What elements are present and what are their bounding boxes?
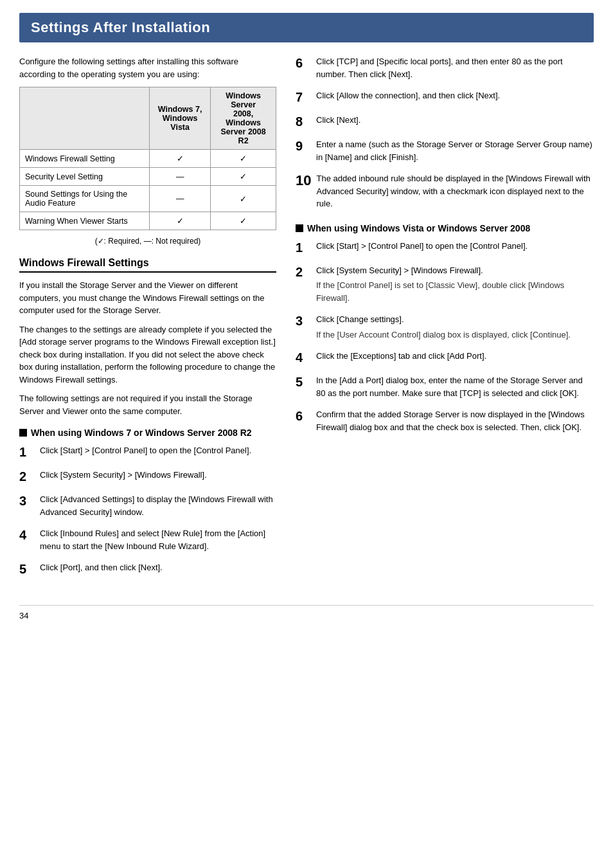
page-title: Settings After Installation — [31, 19, 582, 36]
step-content: Click [Port], and then click [Next]. — [40, 561, 163, 574]
step-number: 2 — [296, 264, 311, 280]
step-content: Click [Inbound Rules] and select [New Ru… — [40, 527, 276, 552]
step-content: Click [System Security] > [Windows Firew… — [316, 264, 594, 305]
step-number: 10 — [296, 172, 311, 189]
step-item: 1 Click [Start] > [Control Panel] to ope… — [19, 444, 276, 460]
step-number: 4 — [19, 527, 35, 543]
table-cell-col2: ✓ — [211, 212, 276, 230]
step-number: 7 — [296, 89, 311, 105]
step-item: 1 Click [Start] > [Control Panel] to ope… — [296, 240, 594, 255]
firewall-intro-3: The following settings are not required … — [19, 392, 276, 417]
table-row: Windows Firewall Setting ✓ ✓ — [20, 150, 276, 168]
step-item: 6 Confirm that the added Storage Server … — [296, 408, 594, 433]
firewall-section: Windows Firewall Settings If you install… — [19, 257, 276, 417]
square-icon — [19, 429, 27, 437]
step-item: 2 Click [System Security] > [Windows Fir… — [296, 264, 594, 305]
table-cell-label: Sound Settings for Using the Audio Featu… — [20, 186, 150, 212]
step-item: 2 Click [System Security] > [Windows Fir… — [19, 469, 276, 484]
table-cell-col2: ✓ — [211, 186, 276, 212]
step-number: 1 — [296, 240, 311, 255]
table-cell-col1: — — [150, 186, 211, 212]
table-cell-col2: ✓ — [211, 150, 276, 168]
step-content: Click the [Exceptions] tab and click [Ad… — [316, 350, 486, 363]
table-cell-col1: ✓ — [150, 150, 211, 168]
win7-section: When using Windows 7 or Windows Server 2… — [19, 428, 276, 577]
step-content: Click [System Security] > [Windows Firew… — [40, 469, 207, 482]
step-item: 9 Enter a name (such as the Storage Serv… — [296, 138, 594, 163]
table-cell-label: Warning When Viewer Starts — [20, 212, 150, 230]
settings-table: Windows 7,Windows Vista Windows Server20… — [19, 87, 276, 230]
firewall-intro-2: The changes to the settings are already … — [19, 323, 276, 386]
vista-steps: 1 Click [Start] > [Control Panel] to ope… — [296, 240, 594, 434]
table-note: (✓: Required, —: Not required) — [19, 235, 276, 247]
table-cell-col2: ✓ — [211, 168, 276, 186]
step-item: 3 Click [Change settings]. If the [User … — [296, 313, 594, 341]
firewall-intro-1: If you install the Storage Server and th… — [19, 279, 276, 317]
table-cell-label: Security Level Setting — [20, 168, 150, 186]
square-icon — [296, 224, 303, 232]
table-header-empty — [20, 87, 150, 150]
vista-section: When using Windows Vista or Windows Serv… — [296, 223, 594, 434]
step-number: 5 — [19, 561, 35, 577]
table-row: Sound Settings for Using the Audio Featu… — [20, 186, 276, 212]
step-content: Confirm that the added Storage Server is… — [316, 408, 594, 433]
right-steps-top: 6 Click [TCP] and [Specific local ports]… — [296, 55, 594, 210]
step-number: 1 — [19, 444, 35, 460]
page-header: Settings After Installation — [19, 13, 594, 42]
step-number: 9 — [296, 138, 311, 154]
step-number: 6 — [296, 55, 311, 71]
win7-section-title: When using Windows 7 or Windows Server 2… — [19, 428, 276, 438]
table-row: Security Level Setting — ✓ — [20, 168, 276, 186]
step-sub: If the [Control Panel] is set to [Classi… — [316, 279, 594, 304]
step-content: Click [Change settings]. If the [User Ac… — [316, 313, 571, 341]
page-number: 34 — [19, 611, 28, 620]
table-header-win7: Windows 7,Windows Vista — [150, 87, 211, 150]
step-item: 6 Click [TCP] and [Specific local ports]… — [296, 55, 594, 80]
step-item: 4 Click [Inbound Rules] and select [New … — [19, 527, 276, 552]
step-item: 5 Click [Port], and then click [Next]. — [19, 561, 276, 577]
step-item: 4 Click the [Exceptions] tab and click [… — [296, 350, 594, 365]
step-sub: If the [User Account Control] dialog box… — [316, 329, 571, 341]
step-number: 5 — [296, 374, 311, 390]
intro-text: Configure the following settings after i… — [19, 55, 276, 80]
step-number: 3 — [19, 493, 35, 509]
step-number: 8 — [296, 114, 311, 129]
step-item: 7 Click [Allow the connection], and then… — [296, 89, 594, 105]
win7-steps: 1 Click [Start] > [Control Panel] to ope… — [19, 444, 276, 577]
table-cell-col1: ✓ — [150, 212, 211, 230]
step-content: Click [Start] > [Control Panel] to open … — [40, 444, 251, 457]
step-content: Click [Allow the connection], and then c… — [316, 89, 500, 102]
table-row: Warning When Viewer Starts ✓ ✓ — [20, 212, 276, 230]
step-content: Enter a name (such as the Storage Server… — [316, 138, 594, 163]
step-content: Click [Advanced Settings] to display the… — [40, 493, 276, 518]
step-content: The added inbound rule should be display… — [316, 172, 594, 210]
firewall-title: Windows Firewall Settings — [19, 257, 276, 273]
step-number: 2 — [19, 469, 35, 484]
step-item: 8 Click [Next]. — [296, 114, 594, 129]
right-column: 6 Click [TCP] and [Specific local ports]… — [296, 55, 594, 586]
step-content: Click [TCP] and [Specific local ports], … — [316, 55, 594, 80]
step-content: Click [Start] > [Control Panel] to open … — [316, 240, 528, 253]
step-item: 3 Click [Advanced Settings] to display t… — [19, 493, 276, 518]
left-column: Configure the following settings after i… — [19, 55, 276, 586]
step-content: Click [Next]. — [316, 114, 360, 127]
step-item: 10 The added inbound rule should be disp… — [296, 172, 594, 210]
table-cell-label: Windows Firewall Setting — [20, 150, 150, 168]
table-cell-col1: — — [150, 168, 211, 186]
vista-section-title: When using Windows Vista or Windows Serv… — [296, 223, 594, 233]
step-number: 4 — [296, 350, 311, 365]
step-content: In the [Add a Port] dialog box, enter th… — [316, 374, 594, 399]
table-header-winserver: Windows Server2008, WindowsServer 2008 R… — [211, 87, 276, 150]
step-number: 3 — [296, 313, 311, 329]
step-item: 5 In the [Add a Port] dialog box, enter … — [296, 374, 594, 399]
step-number: 6 — [296, 408, 311, 424]
